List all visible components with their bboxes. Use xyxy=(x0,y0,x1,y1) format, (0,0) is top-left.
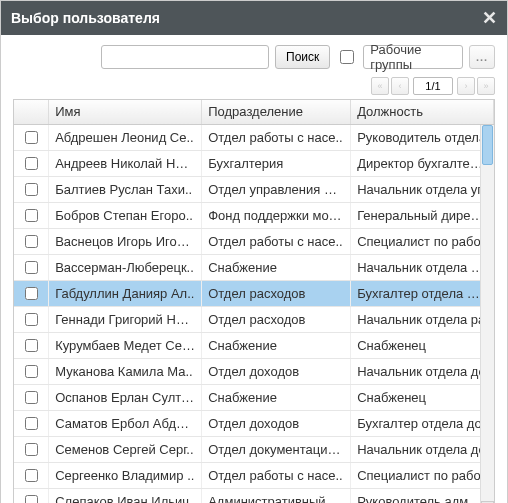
table-row[interactable]: Слепаков Иван ИльичАдминистративный от..… xyxy=(14,488,494,503)
cell-name: Абдрешен Леонид Се.. xyxy=(49,124,202,150)
row-checkbox[interactable] xyxy=(25,261,38,274)
cell-name: Андреев Николай Ник.. xyxy=(49,150,202,176)
cell-dept: Снабжение xyxy=(202,332,351,358)
cell-pos: Начальник отдела ра xyxy=(351,306,494,332)
pager-next-icon[interactable]: › xyxy=(457,77,475,95)
row-checkbox-cell[interactable] xyxy=(14,202,49,228)
row-checkbox-cell[interactable] xyxy=(14,462,49,488)
row-checkbox-cell[interactable] xyxy=(14,384,49,410)
cell-name: Курумбаев Медет Сер.. xyxy=(49,332,202,358)
more-button[interactable]: ... xyxy=(469,45,495,69)
table-row[interactable]: Оспанов Ерлан Султа..СнабжениеСнабженец xyxy=(14,384,494,410)
workgroups-checkbox[interactable] xyxy=(340,50,354,64)
search-row: Поиск Рабочие группы ... xyxy=(13,45,495,69)
row-checkbox-cell[interactable] xyxy=(14,332,49,358)
row-checkbox-cell[interactable] xyxy=(14,150,49,176)
cell-name: Балтиев Руслан Тахи.. xyxy=(49,176,202,202)
cell-dept: Отдел доходов xyxy=(202,358,351,384)
close-icon[interactable]: ✕ xyxy=(482,7,497,29)
cell-pos: Начальник отдела до xyxy=(351,436,494,462)
table-row[interactable]: Балтиев Руслан Тахи..Отдел управления фи… xyxy=(14,176,494,202)
row-checkbox[interactable] xyxy=(25,391,38,404)
vscroll-thumb[interactable] xyxy=(482,125,493,165)
row-checkbox[interactable] xyxy=(25,183,38,196)
cell-name: Геннади Григорий Ник.. xyxy=(49,306,202,332)
table-row[interactable]: Вассерман-Люберецк..СнабжениеНачальник о… xyxy=(14,254,494,280)
cell-pos: Бухгалтер отдела рас xyxy=(351,280,494,306)
pager-last-icon[interactable]: » xyxy=(477,77,495,95)
header-name[interactable]: Имя xyxy=(49,100,202,124)
cell-dept: Отдел расходов xyxy=(202,306,351,332)
row-checkbox[interactable] xyxy=(25,469,38,482)
cell-dept: Отдел расходов xyxy=(202,280,351,306)
cell-name: Саматов Ербол Абдра.. xyxy=(49,410,202,436)
row-checkbox-cell[interactable] xyxy=(14,254,49,280)
cell-pos: Начальник отдела до xyxy=(351,358,494,384)
cell-dept: Снабжение xyxy=(202,384,351,410)
cell-pos: Руководитель отдела xyxy=(351,124,494,150)
cell-dept: Отдел управления фи.. xyxy=(202,176,351,202)
row-checkbox[interactable] xyxy=(25,339,38,352)
users-table: Имя Подразделение Должность Абдрешен Лео… xyxy=(14,100,494,503)
row-checkbox[interactable] xyxy=(25,287,38,300)
row-checkbox[interactable] xyxy=(25,313,38,326)
row-checkbox[interactable] xyxy=(25,235,38,248)
row-checkbox[interactable] xyxy=(25,209,38,222)
cell-pos: Директор бухгалтерии xyxy=(351,150,494,176)
row-checkbox-cell[interactable] xyxy=(14,228,49,254)
header-pos[interactable]: Должность xyxy=(351,100,494,124)
header-checkbox-col[interactable] xyxy=(14,100,49,124)
table-row[interactable]: Бобров Степан Егоро..Фонд поддержки моло… xyxy=(14,202,494,228)
row-checkbox-cell[interactable] xyxy=(14,280,49,306)
row-checkbox[interactable] xyxy=(25,365,38,378)
cell-pos: Специалист по работ xyxy=(351,462,494,488)
cell-dept: Отдел работы с насе.. xyxy=(202,462,351,488)
cell-dept: Отдел работы с насе.. xyxy=(202,228,351,254)
cell-name: Муканова Камила Ма.. xyxy=(49,358,202,384)
table-row[interactable]: Габдуллин Данияр Ал..Отдел расходовБухга… xyxy=(14,280,494,306)
row-checkbox-cell[interactable] xyxy=(14,488,49,503)
row-checkbox[interactable] xyxy=(25,495,38,504)
row-checkbox[interactable] xyxy=(25,131,38,144)
search-button[interactable]: Поиск xyxy=(275,45,330,69)
cell-name: Семенов Сергей Серг.. xyxy=(49,436,202,462)
table-row[interactable]: Сергеенко Владимир ..Отдел работы с насе… xyxy=(14,462,494,488)
titlebar: Выбор пользователя ✕ xyxy=(1,1,507,35)
cell-name: Слепаков Иван Ильич xyxy=(49,488,202,503)
pager: « ‹ › » xyxy=(13,77,495,95)
workgroups-field[interactable]: Рабочие группы xyxy=(363,45,463,69)
cell-pos: Бухгалтер отдела до xyxy=(351,410,494,436)
cell-dept: Отдел документации, .. xyxy=(202,436,351,462)
table-row[interactable]: Муканова Камила Ма..Отдел доходовНачальн… xyxy=(14,358,494,384)
table-row[interactable]: Геннади Григорий Ник..Отдел расходовНача… xyxy=(14,306,494,332)
cell-dept: Отдел работы с насе.. xyxy=(202,124,351,150)
row-checkbox[interactable] xyxy=(25,157,38,170)
table-row[interactable]: Саматов Ербол Абдра..Отдел доходовБухгал… xyxy=(14,410,494,436)
row-checkbox-cell[interactable] xyxy=(14,410,49,436)
cell-dept: Административный от.. xyxy=(202,488,351,503)
pager-prev-icon[interactable]: ‹ xyxy=(391,77,409,95)
row-checkbox[interactable] xyxy=(25,417,38,430)
vertical-scrollbar[interactable]: ▼ xyxy=(480,125,494,503)
table-row[interactable]: Абдрешен Леонид Се..Отдел работы с насе.… xyxy=(14,124,494,150)
dialog-title: Выбор пользователя xyxy=(11,10,160,26)
row-checkbox[interactable] xyxy=(25,443,38,456)
row-checkbox-cell[interactable] xyxy=(14,124,49,150)
cell-name: Оспанов Ерлан Султа.. xyxy=(49,384,202,410)
table-row[interactable]: Семенов Сергей Серг..Отдел документации,… xyxy=(14,436,494,462)
cell-name: Сергеенко Владимир .. xyxy=(49,462,202,488)
pager-first-icon[interactable]: « xyxy=(371,77,389,95)
row-checkbox-cell[interactable] xyxy=(14,358,49,384)
table-row[interactable]: Андреев Николай Ник..БухгалтерияДиректор… xyxy=(14,150,494,176)
cell-name: Вассерман-Люберецк.. xyxy=(49,254,202,280)
cell-name: Бобров Степан Егоро.. xyxy=(49,202,202,228)
row-checkbox-cell[interactable] xyxy=(14,306,49,332)
row-checkbox-cell[interactable] xyxy=(14,436,49,462)
table-row[interactable]: Васнецов Игорь Игоре..Отдел работы с нас… xyxy=(14,228,494,254)
pager-page-field[interactable] xyxy=(413,77,453,95)
table-row[interactable]: Курумбаев Медет Сер..СнабжениеСнабженец xyxy=(14,332,494,358)
search-input[interactable] xyxy=(101,45,269,69)
cell-pos: Руководитель админи xyxy=(351,488,494,503)
header-dept[interactable]: Подразделение xyxy=(202,100,351,124)
row-checkbox-cell[interactable] xyxy=(14,176,49,202)
